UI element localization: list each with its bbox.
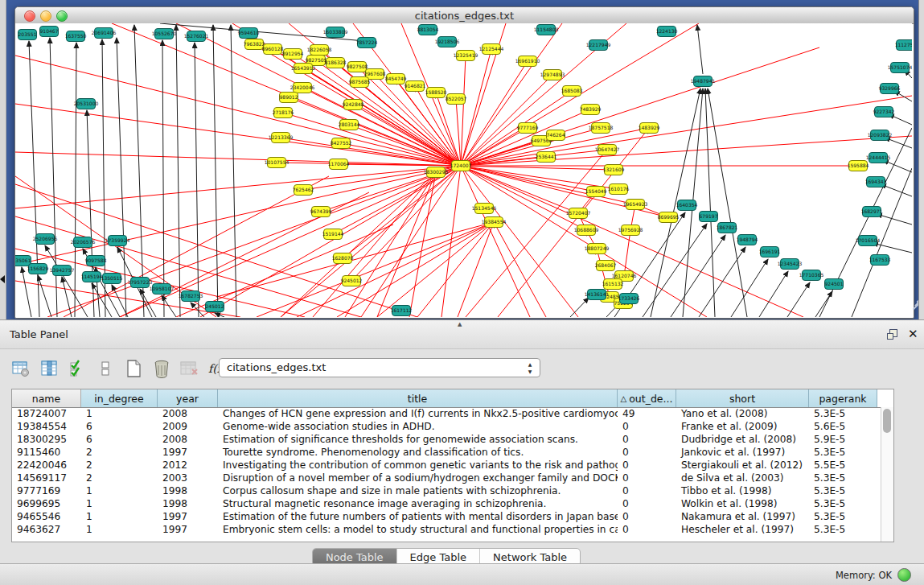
table-cell[interactable]: 0 <box>618 472 676 485</box>
graph-node[interactable]: 2684067 <box>595 261 617 271</box>
graph-node[interactable]: 12093822 <box>868 130 893 141</box>
column-header-year[interactable]: year <box>158 389 218 407</box>
graph-node[interactable]: 203551 <box>18 30 37 40</box>
graph-node[interactable]: 12325419 <box>454 51 478 61</box>
graph-node[interactable]: 19487941 <box>691 76 716 87</box>
graph-node[interactable]: 9777169 <box>517 123 539 134</box>
table-cell[interactable]: Stergiakouli et al. (2012) <box>676 459 809 472</box>
table-cell[interactable]: 2008 <box>158 408 218 421</box>
graph-node[interactable]: 679197 <box>700 212 718 222</box>
table-cell[interactable]: 9463627 <box>12 524 81 537</box>
table-cell[interactable]: 9777169 <box>12 485 81 498</box>
column-header-in_degree[interactable]: in_degree <box>81 389 158 407</box>
graph-node[interactable]: 1628070 <box>332 253 354 264</box>
graph-node[interactable]: 1617112 <box>391 306 413 316</box>
network-window-titlebar[interactable]: citations_edges.txt <box>15 7 914 24</box>
column-header-short[interactable]: short <box>676 389 809 407</box>
graph-node[interactable]: 17016504 <box>856 236 881 246</box>
graph-node[interactable]: 9097588 <box>85 256 107 266</box>
graph-node[interactable]: 16961910 <box>515 56 540 67</box>
table-cell[interactable]: 0 <box>618 434 676 447</box>
table-row[interactable]: 1938455462009Genome-wide association stu… <box>12 421 893 434</box>
table-cell[interactable]: 1997 <box>158 511 218 524</box>
graph-node[interactable]: 1483929 <box>639 123 660 134</box>
table-cell[interactable]: Dudbridge et al. (2008) <box>676 434 809 447</box>
table-cell[interactable]: 2 <box>81 447 158 459</box>
graph-node[interactable]: 924501 <box>825 279 844 290</box>
table-cell[interactable]: 1 <box>81 524 158 537</box>
table-cell[interactable]: 19384554 <box>12 421 81 434</box>
graph-node[interactable]: 1595884 <box>848 161 869 171</box>
table-cell[interactable]: 0 <box>618 498 676 511</box>
table-column-icon[interactable] <box>39 359 59 378</box>
table-cell[interactable]: 22420046 <box>12 459 81 472</box>
graph-node[interactable]: 1224130 <box>656 27 678 37</box>
graph-node[interactable]: 8699695 <box>658 212 680 223</box>
graph-node[interactable]: 8186328 <box>325 58 347 68</box>
graph-node[interactable]: 1588520 <box>425 88 447 98</box>
graph-node[interactable]: 10107554 <box>265 158 290 168</box>
graph-node[interactable]: 15720407 <box>566 208 591 219</box>
graph-node[interactable]: 18807249 <box>585 244 610 254</box>
table-cell[interactable]: Nakamura et al. (1997) <box>676 511 809 524</box>
graph-node[interactable]: 1554049 <box>585 187 607 197</box>
table-cell[interactable]: 5.6E-5 <box>809 421 877 434</box>
graph-node[interactable]: 9875685 <box>349 77 371 88</box>
table-cell[interactable]: 6 <box>81 421 158 434</box>
table-cell[interactable]: 9465546 <box>12 511 81 524</box>
table-cell[interactable]: 5.3E-5 <box>809 498 877 511</box>
graph-node[interactable]: 18300295 <box>424 167 449 178</box>
table-cell[interactable]: 1997 <box>158 524 218 537</box>
graph-node[interactable]: 245012 <box>206 302 224 312</box>
table-row[interactable]: 946362711997Embryonic stem cells: a mode… <box>12 524 893 537</box>
table-cell[interactable]: Investigating the contribution of common… <box>218 459 618 472</box>
graph-node[interactable]: 1724007 <box>450 161 472 171</box>
table-cell[interactable]: 1 <box>81 498 158 511</box>
table-cell[interactable]: 5.9E-5 <box>809 434 877 447</box>
table-row[interactable]: 2242004622012Investigating the contribut… <box>12 459 893 472</box>
vertical-scrollbar[interactable] <box>881 407 893 542</box>
graph-node[interactable]: 746264 <box>547 130 565 141</box>
table-cell[interactable]: 18300295 <box>12 434 81 447</box>
table-row[interactable]: 1456911722003Disruption of a novel membe… <box>12 472 893 485</box>
graph-node[interactable]: 2536441 <box>536 152 557 163</box>
graph-node[interactable]: 10647427 <box>595 145 620 155</box>
graph-node[interactable]: 9245012 <box>341 276 363 286</box>
graph-node[interactable]: 19218506 <box>435 37 460 47</box>
table-cell[interactable]: 1998 <box>158 498 218 511</box>
graph-node[interactable]: 17359924 <box>105 236 130 246</box>
graph-node[interactable]: 1948794 <box>737 235 758 245</box>
table-cell[interactable]: 5.5E-5 <box>809 459 877 472</box>
table-cell[interactable]: 2 <box>81 459 158 472</box>
graph-node[interactable]: 8813054 <box>417 25 439 35</box>
graph-node[interactable]: 16033809 <box>323 27 348 38</box>
table-cell[interactable]: Tibbo et al. (1998) <box>676 485 809 498</box>
table-cell[interactable]: 5.3E-5 <box>809 408 877 421</box>
graph-node[interactable]: 1112753 <box>895 40 912 51</box>
graph-node[interactable]: 1867821 <box>717 223 738 233</box>
table-row[interactable]: 1830029562008Estimation of significance … <box>12 434 893 447</box>
table-cell[interactable]: 2009 <box>158 421 218 434</box>
graph-node[interactable]: 1519144 <box>322 229 344 240</box>
table-cell[interactable]: 5.3E-5 <box>809 524 877 537</box>
graph-node[interactable]: 18757518 <box>589 123 614 134</box>
graph-node[interactable]: 14136141 <box>585 290 610 300</box>
table-selector-dropdown[interactable]: citations_edges.txt ▲▼ <box>219 358 540 377</box>
graph-node[interactable]: 1610176 <box>608 184 630 195</box>
table-cell[interactable]: 0 <box>618 459 676 472</box>
table-cell[interactable]: 9115460 <box>12 447 81 459</box>
table-cell[interactable]: Structural magnetic resonance image aver… <box>218 498 618 511</box>
graph-node[interactable]: 16782753 <box>179 291 203 302</box>
float-window-icon[interactable] <box>887 329 897 339</box>
graph-node[interactable]: 1685083 <box>561 86 583 97</box>
table-cell[interactable]: 49 <box>618 408 676 421</box>
select-all-icon[interactable] <box>68 359 87 378</box>
graph-node[interactable]: 1350515 <box>101 274 123 284</box>
row-toggle-icon[interactable] <box>96 359 115 378</box>
graph-node[interactable]: 17710365 <box>799 270 824 281</box>
graph-node[interactable]: 9329966 <box>879 84 901 94</box>
table-cell[interactable]: 14569117 <box>12 472 81 485</box>
table-cell[interactable]: 18724007 <box>12 408 81 421</box>
table-cell[interactable]: 2003 <box>158 472 218 485</box>
graph-node[interactable]: 12217949 <box>586 40 611 51</box>
